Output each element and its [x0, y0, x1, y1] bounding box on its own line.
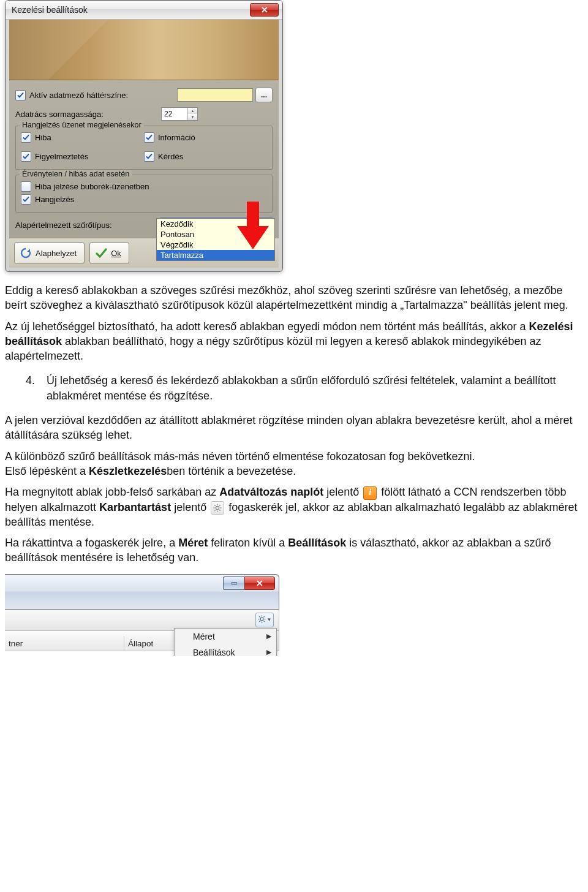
close-button[interactable]: ✕ — [250, 3, 279, 17]
ok-button[interactable]: Ok — [89, 242, 129, 264]
dialog-banner — [9, 20, 279, 80]
sound-group: Hangjelzés üzenet megjelenésekor Hiba In… — [15, 126, 273, 170]
dialog-body: Aktív adatmező háttérszíne: ... Adatrács… — [9, 80, 279, 238]
gear-menu-button[interactable]: ▼ — [255, 613, 274, 627]
annotation-arrow — [237, 202, 269, 249]
active-field-label: Aktív adatmező háttérszíne: — [29, 91, 128, 100]
invalid-group-legend: Érvénytelen / hibás adat esetén — [20, 170, 132, 178]
svg-line-8 — [214, 510, 216, 511]
menu-item-size[interactable]: Méret ▶ — [175, 629, 276, 644]
row-height-label: Adatrács sormagassága: — [15, 110, 157, 119]
numbered-list: 4. Új lehetőség a kereső és lekérdező ab… — [26, 373, 583, 403]
svg-line-6 — [219, 510, 221, 511]
gear-icon — [258, 614, 266, 625]
minimize-icon: ▭ — [231, 579, 237, 587]
paragraph: Ha megnyitott ablak jobb-felső sarkában … — [5, 485, 583, 529]
minimize-button[interactable]: ▭ — [223, 576, 244, 590]
check-icon — [95, 247, 107, 259]
active-field-color-swatch[interactable] — [177, 88, 253, 102]
paragraph: A jelen verzióval kezdődően az átállítot… — [5, 413, 583, 443]
settings-dialog: Kezelési beállítások ✕ Aktív adatmező há… — [5, 0, 283, 272]
chevron-up-icon[interactable]: ▲ — [187, 108, 197, 114]
info-icon: i — [363, 486, 377, 500]
filter-type-label: Alapértelmezett szűrőtípus: — [15, 221, 156, 230]
sound-info-checkbox[interactable] — [144, 132, 154, 143]
svg-line-7 — [219, 505, 221, 506]
toolstrip: ▼ Méret ▶ Beállítások ▶ — [5, 610, 279, 631]
svg-line-15 — [263, 621, 264, 622]
ok-button-label: Ok — [111, 249, 121, 258]
paragraph: Ha rákattintva a fogaskerék jelre, a Mér… — [5, 535, 583, 565]
svg-point-9 — [260, 618, 263, 621]
reset-button[interactable]: Alaphelyzet — [14, 242, 85, 264]
sound-info-label: Információ — [158, 133, 195, 142]
sound-warn-checkbox[interactable] — [21, 151, 31, 162]
dialog-title: Kezelési beállítások — [12, 5, 250, 15]
svg-line-17 — [259, 621, 260, 622]
sound-question-label: Kérdés — [158, 152, 183, 161]
svg-line-14 — [259, 616, 260, 617]
list-item: 4. Új lehetőség a kereső és lekérdező ab… — [26, 373, 583, 403]
invalid-sound-label: Hangjelzés — [35, 195, 74, 204]
paragraph: Eddig a kereső ablakokban a szöveges szű… — [5, 283, 583, 313]
chevron-down-icon[interactable]: ▼ — [187, 114, 197, 120]
active-field-checkbox[interactable] — [15, 90, 26, 100]
sound-error-checkbox[interactable] — [21, 132, 31, 143]
filter-option-selected[interactable]: Tartalmazza — [157, 250, 274, 260]
sound-warn-label: Figyelmeztetés — [35, 152, 88, 161]
sound-question-checkbox[interactable] — [144, 151, 154, 162]
row-height-value: 22 — [162, 110, 187, 118]
invalid-sound-checkbox[interactable] — [21, 194, 31, 205]
list-number: 4. — [26, 373, 39, 403]
sound-error-label: Hiba — [35, 133, 51, 142]
gear-dropdown-menu: Méret ▶ Beállítások ▶ — [174, 628, 277, 656]
submenu-arrow-icon: ▶ — [266, 632, 271, 640]
invalid-group: Érvénytelen / hibás adat esetén Hiba jel… — [15, 175, 273, 213]
color-picker-button[interactable]: ... — [255, 88, 273, 102]
bubble-error-checkbox[interactable] — [21, 181, 31, 192]
close-icon: ✕ — [261, 5, 268, 15]
paragraph: Az új lehetőséggel biztosítható, ha adot… — [5, 319, 583, 364]
refresh-icon — [20, 247, 32, 259]
titlebar[interactable]: Kezelési beállítások ✕ — [6, 1, 282, 20]
bubble-error-label: Hiba jelzése buborék-üzenetben — [35, 182, 149, 191]
window-chrome: ▭ ✕ — [5, 574, 279, 610]
row-height-spinner[interactable]: 22 ▲ ▼ — [161, 107, 198, 121]
sound-group-legend: Hangjelzés üzenet megjelenésekor — [20, 121, 144, 129]
submenu-arrow-icon: ▶ — [266, 648, 271, 656]
ellipsis-icon: ... — [261, 91, 267, 99]
chevron-down-icon: ▼ — [267, 617, 272, 622]
menu-item-label: Beállítások — [193, 648, 235, 656]
svg-line-16 — [263, 616, 264, 617]
grid-column-header[interactable]: tner — [5, 637, 124, 651]
menu-item-label: Méret — [193, 632, 215, 641]
svg-line-5 — [214, 505, 216, 506]
gear-icon — [211, 501, 224, 515]
close-icon: ✕ — [256, 578, 263, 588]
list-item-text: Új lehetőség a kereső és lekérdező ablak… — [47, 373, 583, 403]
window-fragment: ▭ ✕ ▼ Méret ▶ Beállítások ▶ tner Állapot — [5, 574, 279, 651]
window-close-button[interactable]: ✕ — [244, 576, 275, 590]
svg-point-0 — [216, 506, 219, 509]
menu-item-settings[interactable]: Beállítások ▶ — [175, 644, 276, 656]
reset-button-label: Alaphelyzet — [36, 249, 77, 258]
paragraph: A különböző szűrő beállítások más-más né… — [5, 449, 583, 479]
